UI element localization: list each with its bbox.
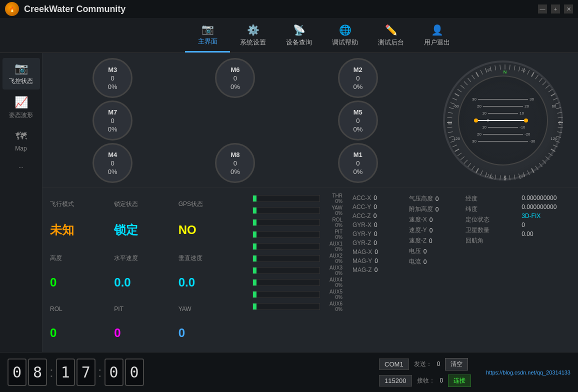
minimize-button[interactable]: —	[538, 4, 547, 14]
vel-x-value: 0	[430, 216, 433, 224]
svg-text:-60: -60	[453, 104, 459, 108]
svg-line-34	[514, 174, 515, 180]
gyr-y-label: GYR-Y	[352, 230, 372, 238]
close-button[interactable]: ✕	[564, 4, 573, 14]
svg-text:W: W	[448, 120, 452, 126]
svg-line-15	[556, 107, 561, 108]
clock-digit-3: 7	[76, 358, 96, 386]
voltage-label: 电压	[409, 247, 421, 256]
aux6-bar	[252, 303, 320, 310]
com-port-box[interactable]: COM1	[379, 358, 409, 370]
motor-m6: M6 0 0%	[215, 58, 255, 98]
baud-rate-box[interactable]: 115200	[379, 375, 412, 386]
hspeed-value: 0.0	[114, 276, 176, 290]
mag-y-label: MAG-Y	[352, 258, 372, 264]
recv-value: 0	[440, 377, 444, 384]
status-right: COM1 发送： 0 清空 115200 接收： 0 连接	[379, 358, 471, 387]
maximize-button[interactable]: +	[551, 4, 560, 14]
alt-value: 0	[50, 276, 112, 290]
svg-line-9	[542, 81, 546, 84]
clear-button[interactable]: 清空	[445, 358, 468, 370]
app-logo: 🔥	[5, 2, 19, 16]
rol-label: ROL	[50, 303, 112, 312]
mag-z-label: MAG-Z	[352, 266, 372, 274]
tab-main[interactable]: 📷 主界面	[185, 18, 230, 52]
aux1-bar	[252, 243, 320, 250]
motor-m7: M7 0 0%	[92, 100, 132, 140]
sidebar-item-attitude[interactable]: 📈 姿态波形	[2, 92, 40, 124]
motor-m4: M4 0 0%	[92, 143, 132, 183]
compass-inner: 30 30 20 20 10	[458, 76, 548, 166]
acc-x-value: 0	[374, 194, 377, 202]
svg-line-71	[500, 64, 500, 70]
clock-digit-2: 1	[56, 358, 75, 386]
svg-line-5	[528, 70, 530, 74]
content-area: M3 0 0% M6 0 0% M2 0 0% M7 0	[42, 53, 578, 352]
gyr-x-label: GYR-X	[352, 222, 372, 228]
sensor-gyr-z: GYR-Z 0	[352, 240, 404, 246]
svg-line-11	[548, 89, 552, 92]
navbar: 📷 主界面 ⚙️ 系统设置 📡 设备查询 🌐 调试帮助 ✏️ 测试后台 👤 用户…	[0, 18, 578, 53]
channel-yaw: YAW0%	[252, 205, 342, 216]
svg-line-13	[553, 98, 558, 100]
tab-debug-label: 调试帮助	[332, 38, 358, 47]
sensor-mag-z: MAG-Z 0	[352, 266, 404, 274]
motor-m2: M2 0 0%	[338, 58, 378, 98]
gyr-z-value: 0	[374, 240, 377, 246]
tab-debug[interactable]: 🌐 调试帮助	[322, 18, 368, 52]
send-value: 0	[437, 360, 440, 368]
fix-status-value: 3D-FIX	[522, 212, 540, 220]
connect-button[interactable]: 连接	[448, 374, 471, 387]
svg-line-70	[495, 65, 496, 70]
link-text[interactable]: https://blog.csdn.net/qq_20314133	[486, 370, 570, 376]
svg-line-7	[536, 74, 538, 78]
vel-z-value: 0	[429, 238, 432, 244]
current-label: 电流	[409, 258, 421, 266]
recv-label: 接收：	[417, 376, 435, 385]
tab-devices-icon: 📡	[293, 24, 306, 36]
top-section: M3 0 0% M6 0 0% M2 0 0% M7 0	[42, 53, 578, 188]
sensor-mag-y: MAG-Y 0	[352, 258, 404, 264]
tab-devices[interactable]: 📡 设备查询	[276, 18, 322, 52]
app-title: CreekWater Community	[24, 4, 126, 14]
tab-main-icon: 📷	[202, 23, 214, 35]
baro-alt-value: 0	[436, 196, 439, 202]
tab-test[interactable]: ✏️ 测试后台	[368, 18, 414, 52]
sidebar-item-flight-status[interactable]: 📷 飞控状态	[2, 58, 40, 90]
tab-user[interactable]: 👤 用户退出	[414, 18, 460, 52]
sidebar-item-map[interactable]: 🗺 Map	[2, 126, 40, 156]
motor-empty-center	[215, 100, 255, 140]
tab-settings[interactable]: ⚙️ 系统设置	[230, 18, 276, 52]
svg-line-6	[532, 72, 534, 76]
clock-digit-1: 8	[28, 358, 47, 386]
channel-aux4: AUX40%	[252, 277, 342, 288]
yaw-value: 0	[178, 326, 240, 340]
left-info-panel: 飞行模式 锁定状态 GPS状态 未知 锁定 NO 高度 水平速度 垂直速度 0 …	[42, 190, 248, 350]
svg-line-10	[546, 85, 550, 88]
latitude-label: 纬度	[466, 205, 478, 214]
svg-line-35	[510, 175, 510, 180]
latitude-value-item: 0.000000000	[522, 204, 573, 210]
mode-label: 飞行模式	[50, 200, 112, 208]
acc-y-value: 0	[374, 204, 377, 210]
longitude-value: 0.000000000	[522, 194, 556, 202]
sensors-col1: ACC-X 0 ACC-Y 0 ACC-Z 0 GYR-X 0	[352, 194, 404, 274]
svg-line-45	[464, 160, 468, 163]
thr-label: THR0%	[322, 193, 342, 204]
svg-line-23	[553, 144, 558, 146]
motor-m3: M3 0 0%	[92, 58, 132, 98]
compass: N E S W -30 30 60 120 150 -150 -120	[443, 60, 563, 180]
sensor-acc-y: ACC-Y 0	[352, 204, 404, 210]
svg-line-29	[536, 166, 538, 170]
motor-m5: M5 0 0%	[338, 100, 378, 140]
tab-user-icon: 👤	[431, 24, 444, 36]
mag-z-value: 0	[374, 266, 378, 274]
channel-aux2: AUX20%	[252, 253, 342, 264]
voltage-value: 0	[424, 248, 427, 255]
svg-line-3	[518, 66, 520, 71]
lock-value: 锁定	[114, 222, 176, 238]
satellites-value-item: 0	[522, 222, 573, 228]
lock-label: 锁定状态	[114, 200, 176, 208]
sidebar-item-more[interactable]: ...	[2, 158, 40, 174]
sensor-latitude: 纬度	[466, 205, 517, 214]
